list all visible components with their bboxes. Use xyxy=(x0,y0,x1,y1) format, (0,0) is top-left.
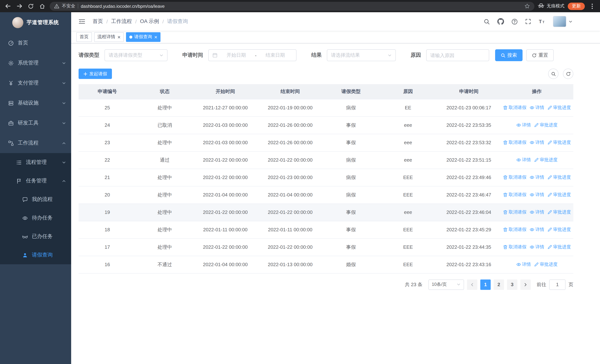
page-button-3[interactable]: 3 xyxy=(507,279,517,290)
cancel-icon xyxy=(503,210,507,215)
progress-action-link[interactable]: 审批进度 xyxy=(534,261,558,267)
server-icon xyxy=(7,100,14,106)
progress-action-link[interactable]: 审批进度 xyxy=(547,226,571,233)
user-avatar-menu[interactable] xyxy=(553,16,572,27)
detail-action-link[interactable]: 详情 xyxy=(516,157,531,163)
cell-start: 2022-01-03 00:00:00 xyxy=(193,134,257,151)
sidebar-item-home[interactable]: 首页 xyxy=(0,33,71,53)
sidebar-item-leave-query[interactable]: 请假查询 xyxy=(0,246,71,264)
sidebar-item-my-process[interactable]: 我的流程 xyxy=(0,190,71,209)
result-select[interactable]: 请选择流结果 xyxy=(327,49,396,61)
sidebar-item-done-tasks[interactable]: 已办任务 xyxy=(0,227,71,246)
detail-action-link[interactable]: 详情 xyxy=(516,261,531,267)
reason-label: 原因 xyxy=(411,52,421,59)
sidebar-item-todo-tasks[interactable]: 待办任务 xyxy=(0,209,71,227)
cell-start: 2022-01-11 00:00:00 xyxy=(193,221,257,238)
font-size-icon[interactable]: TT xyxy=(538,19,545,24)
reload-icon[interactable] xyxy=(27,2,35,10)
github-icon[interactable] xyxy=(497,18,504,25)
cancel-action-link[interactable]: 取消请假 xyxy=(503,174,526,180)
leave-type-select[interactable]: 请选择请假类型 xyxy=(104,49,168,61)
tab-home[interactable]: 首页 xyxy=(76,32,92,42)
progress-action-link[interactable]: 审批进度 xyxy=(547,104,571,111)
browser-update-button[interactable]: 更新 xyxy=(568,2,585,10)
sidebar-item-infrastructure[interactable]: 基础设施 xyxy=(0,93,71,113)
progress-action-link[interactable]: 审批进度 xyxy=(534,122,558,128)
result-label: 结果 xyxy=(311,52,322,59)
progress-action-link[interactable]: 审批进度 xyxy=(547,191,571,198)
sidebar-item-task-management[interactable]: 任务管理 xyxy=(0,172,71,190)
detail-action-link[interactable]: 详情 xyxy=(529,139,544,146)
create-leave-button[interactable]: 发起请假 xyxy=(79,69,112,79)
progress-action-link[interactable]: 审批进度 xyxy=(534,157,558,163)
detail-action-link[interactable]: 详情 xyxy=(529,244,544,250)
fullscreen-icon[interactable] xyxy=(525,19,531,24)
detail-action-link[interactable]: 详情 xyxy=(529,174,544,180)
tab-label: 首页 xyxy=(80,34,89,40)
cancel-icon xyxy=(503,244,507,249)
search-button[interactable]: 搜索 xyxy=(495,49,523,61)
close-icon[interactable]: × xyxy=(117,34,121,39)
detail-action-link[interactable]: 详情 xyxy=(529,209,544,215)
reason-input[interactable] xyxy=(430,52,485,58)
bookmark-star-icon[interactable] xyxy=(525,3,530,9)
progress-action-link[interactable]: 审批进度 xyxy=(547,139,571,146)
cell-end: 2022-01-26 00:00:00 xyxy=(257,116,323,134)
page-size-select[interactable]: 10条/页 xyxy=(428,279,464,290)
tab-leave-query[interactable]: 请假查询× xyxy=(126,32,160,42)
detail-action-link[interactable]: 详情 xyxy=(529,104,544,111)
table-row: 25处理中2021-12-27 00:00:002022-01-19 00:00… xyxy=(79,99,573,116)
close-icon[interactable]: × xyxy=(154,34,157,39)
sidebar-item-payment-management[interactable]: 支付管理 xyxy=(0,73,71,93)
search-button-label: 搜索 xyxy=(507,52,517,59)
apply-time-range-picker[interactable]: 开始日期 - 结束日期 xyxy=(208,49,297,61)
sidebar-item-workflow[interactable]: 工作流程 xyxy=(0,133,71,153)
column-header-applied: 申请时间 xyxy=(437,84,500,99)
browser-menu-icon[interactable] xyxy=(588,2,596,10)
cancel-action-link[interactable]: 取消请假 xyxy=(503,209,526,215)
breadcrumb-item[interactable]: OA 示例 xyxy=(140,18,159,25)
progress-action-link[interactable]: 审批进度 xyxy=(547,209,571,215)
progress-action-link[interactable]: 审批进度 xyxy=(547,244,571,250)
refresh-table-icon[interactable] xyxy=(563,69,573,79)
detail-action-link[interactable]: 详情 xyxy=(516,122,531,128)
toggle-search-icon[interactable] xyxy=(548,69,559,79)
cancel-icon xyxy=(503,227,507,232)
back-icon[interactable] xyxy=(4,2,12,10)
home-icon[interactable] xyxy=(38,2,46,10)
breadcrumb-item[interactable]: 首页 xyxy=(93,18,103,25)
cancel-action-link[interactable]: 取消请假 xyxy=(503,244,526,250)
cancel-action-link[interactable]: 取消请假 xyxy=(503,191,526,198)
goto-page-input[interactable] xyxy=(549,279,565,290)
breadcrumb-item: 请假查询 xyxy=(167,18,188,25)
page-button-2[interactable]: 2 xyxy=(494,279,504,290)
detail-action-link[interactable]: 详情 xyxy=(529,191,544,198)
address-bar[interactable]: 不安全 dashboard.yudao.iocoder.cn/bpm/oa/le… xyxy=(50,2,534,10)
next-page-button[interactable] xyxy=(520,279,531,290)
reset-button-label: 重置 xyxy=(538,52,548,59)
search-icon[interactable] xyxy=(484,18,490,25)
help-icon[interactable] xyxy=(511,18,518,25)
cancel-icon xyxy=(503,105,507,110)
page-button-1[interactable]: 1 xyxy=(480,279,491,290)
progress-action-link[interactable]: 审批进度 xyxy=(547,174,571,180)
tab-process-detail[interactable]: 流程详情× xyxy=(94,32,124,42)
sidebar-item-system-management[interactable]: 系统管理 xyxy=(0,53,71,73)
detail-action-link[interactable]: 详情 xyxy=(529,226,544,233)
tags-view: 首页流程详情×请假查询× xyxy=(71,31,600,43)
sidebar-item-process-management[interactable]: 流程管理 xyxy=(0,153,71,172)
reset-button[interactable]: 重置 xyxy=(526,49,554,61)
cancel-action-link[interactable]: 取消请假 xyxy=(503,139,526,146)
cancel-action-link[interactable]: 取消请假 xyxy=(503,104,526,111)
breadcrumb-item[interactable]: 工作流程 xyxy=(111,18,132,25)
forward-icon[interactable] xyxy=(15,2,23,10)
progress-action-label: 审批进度 xyxy=(553,139,571,146)
sidebar-item-dev-tools[interactable]: 研发工具 xyxy=(0,113,71,133)
cancel-action-link[interactable]: 取消请假 xyxy=(503,226,526,233)
page-size-value: 10条/页 xyxy=(432,281,447,288)
prev-page-button[interactable] xyxy=(467,279,477,290)
security-label[interactable]: 不安全 xyxy=(62,3,75,9)
app-logo[interactable]: 芋道管理系统 xyxy=(0,12,71,33)
sidebar-fold-icon[interactable] xyxy=(76,19,87,24)
url-text[interactable]: dashboard.yudao.iocoder.cn/bpm/oa/leave xyxy=(81,3,165,9)
